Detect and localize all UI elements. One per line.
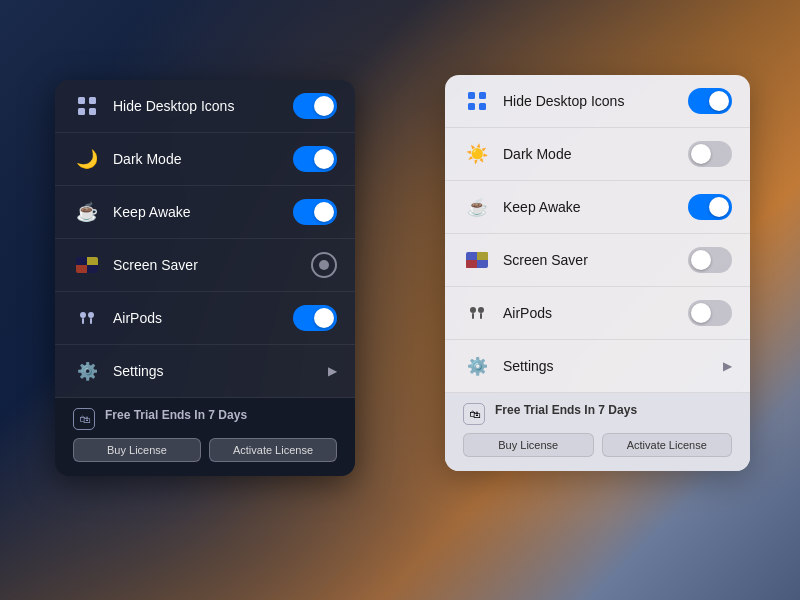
svg-rect-14 xyxy=(479,103,486,110)
svg-rect-8 xyxy=(82,318,84,324)
dark-footer-buttons: Buy License Activate License xyxy=(73,438,337,462)
dark-dark-mode-toggle[interactable] xyxy=(293,146,337,172)
dark-coffee-icon: ☕ xyxy=(73,198,101,226)
dark-screensaver-icon xyxy=(73,251,101,279)
light-footer-buttons: Buy License Activate License xyxy=(463,433,732,457)
svg-point-9 xyxy=(88,312,94,318)
light-grid-icon xyxy=(463,87,491,115)
light-settings-label: Settings xyxy=(503,358,723,374)
dark-airpods-knob xyxy=(314,308,334,328)
svg-rect-5 xyxy=(76,265,87,273)
svg-point-20 xyxy=(478,307,484,313)
dark-settings-arrow: ▶ xyxy=(328,364,337,378)
dark-airpods-label: AirPods xyxy=(113,310,293,326)
light-screen-saver-item: Screen Saver xyxy=(445,234,750,287)
light-settings-arrow: ▶ xyxy=(723,359,732,373)
light-screen-saver-knob xyxy=(691,250,711,270)
light-panel: Hide Desktop Icons ☀️ Dark Mode ☕ Keep A… xyxy=(445,75,750,471)
dark-airpods-item: AirPods xyxy=(55,292,355,345)
dark-hide-desktop-item: Hide Desktop Icons xyxy=(55,80,355,133)
light-coffee-icon: ☕ xyxy=(463,193,491,221)
dark-panel: Hide Desktop Icons 🌙 Dark Mode ☕ Keep Aw… xyxy=(55,80,355,476)
dark-activate-license-button[interactable]: Activate License xyxy=(209,438,337,462)
svg-rect-21 xyxy=(480,313,482,319)
light-bag-icon: 🛍 xyxy=(463,403,485,425)
dark-moon-icon: 🌙 xyxy=(73,145,101,173)
dark-airpods-icon xyxy=(73,304,101,332)
light-settings-item[interactable]: ⚙️ Settings ▶ xyxy=(445,340,750,393)
light-dark-mode-item: ☀️ Dark Mode xyxy=(445,128,750,181)
svg-rect-10 xyxy=(90,318,92,324)
light-dark-mode-toggle[interactable] xyxy=(688,141,732,167)
light-airpods-label: AirPods xyxy=(503,305,688,321)
light-airpods-toggle[interactable] xyxy=(688,300,732,326)
dark-keep-awake-label: Keep Awake xyxy=(113,204,293,220)
dark-grid-icon xyxy=(73,92,101,120)
dark-keep-awake-toggle[interactable] xyxy=(293,199,337,225)
dark-dark-mode-knob xyxy=(314,149,334,169)
dark-gear-icon: ⚙️ xyxy=(73,357,101,385)
dark-keep-awake-item: ☕ Keep Awake xyxy=(55,186,355,239)
light-panel-footer: 🛍 Free Trial Ends In 7 Days Buy License … xyxy=(445,393,750,471)
dark-screen-saver-item: Screen Saver xyxy=(55,239,355,292)
dark-screen-saver-toggle[interactable] xyxy=(311,252,337,278)
dark-bag-icon: 🛍 xyxy=(73,408,95,430)
dark-panel-footer: 🛍 Free Trial Ends In 7 Days Buy License … xyxy=(55,398,355,476)
light-dark-mode-knob xyxy=(691,144,711,164)
dark-airpods-toggle[interactable] xyxy=(293,305,337,331)
dark-trial-text: Free Trial Ends In 7 Days xyxy=(105,408,247,422)
dark-hide-desktop-knob xyxy=(314,96,334,116)
light-airpods-icon xyxy=(463,299,491,327)
dark-screen-saver-label: Screen Saver xyxy=(113,257,311,273)
svg-rect-13 xyxy=(468,103,475,110)
svg-rect-0 xyxy=(78,97,85,104)
svg-rect-17 xyxy=(477,252,488,260)
dark-buy-license-button[interactable]: Buy License xyxy=(73,438,201,462)
svg-rect-16 xyxy=(466,260,477,268)
dark-screen-saver-knob xyxy=(319,260,329,270)
dark-settings-label: Settings xyxy=(113,363,328,379)
light-screen-saver-label: Screen Saver xyxy=(503,252,688,268)
dark-settings-item[interactable]: ⚙️ Settings ▶ xyxy=(55,345,355,398)
svg-rect-19 xyxy=(472,313,474,319)
light-keep-awake-label: Keep Awake xyxy=(503,199,688,215)
light-screen-saver-toggle[interactable] xyxy=(688,247,732,273)
light-gear-icon: ⚙️ xyxy=(463,352,491,380)
svg-point-18 xyxy=(470,307,476,313)
light-hide-desktop-toggle[interactable] xyxy=(688,88,732,114)
svg-rect-3 xyxy=(89,108,96,115)
svg-rect-12 xyxy=(479,92,486,99)
light-buy-license-button[interactable]: Buy License xyxy=(463,433,594,457)
light-trial-text: Free Trial Ends In 7 Days xyxy=(495,403,637,417)
dark-dark-mode-item: 🌙 Dark Mode xyxy=(55,133,355,186)
svg-point-7 xyxy=(80,312,86,318)
light-keep-awake-knob xyxy=(709,197,729,217)
svg-rect-2 xyxy=(78,108,85,115)
svg-rect-11 xyxy=(468,92,475,99)
light-hide-desktop-item: Hide Desktop Icons xyxy=(445,75,750,128)
light-dark-mode-label: Dark Mode xyxy=(503,146,688,162)
light-airpods-item: AirPods xyxy=(445,287,750,340)
dark-hide-desktop-toggle[interactable] xyxy=(293,93,337,119)
dark-hide-desktop-label: Hide Desktop Icons xyxy=(113,98,293,114)
light-keep-awake-item: ☕ Keep Awake xyxy=(445,181,750,234)
dark-keep-awake-knob xyxy=(314,202,334,222)
dark-dark-mode-label: Dark Mode xyxy=(113,151,293,167)
light-hide-desktop-label: Hide Desktop Icons xyxy=(503,93,688,109)
light-activate-license-button[interactable]: Activate License xyxy=(602,433,733,457)
svg-rect-6 xyxy=(87,257,98,265)
light-airpods-knob xyxy=(691,303,711,323)
light-moon-icon: ☀️ xyxy=(463,140,491,168)
light-keep-awake-toggle[interactable] xyxy=(688,194,732,220)
svg-rect-1 xyxy=(89,97,96,104)
light-screensaver-icon xyxy=(463,246,491,274)
light-hide-desktop-knob xyxy=(709,91,729,111)
